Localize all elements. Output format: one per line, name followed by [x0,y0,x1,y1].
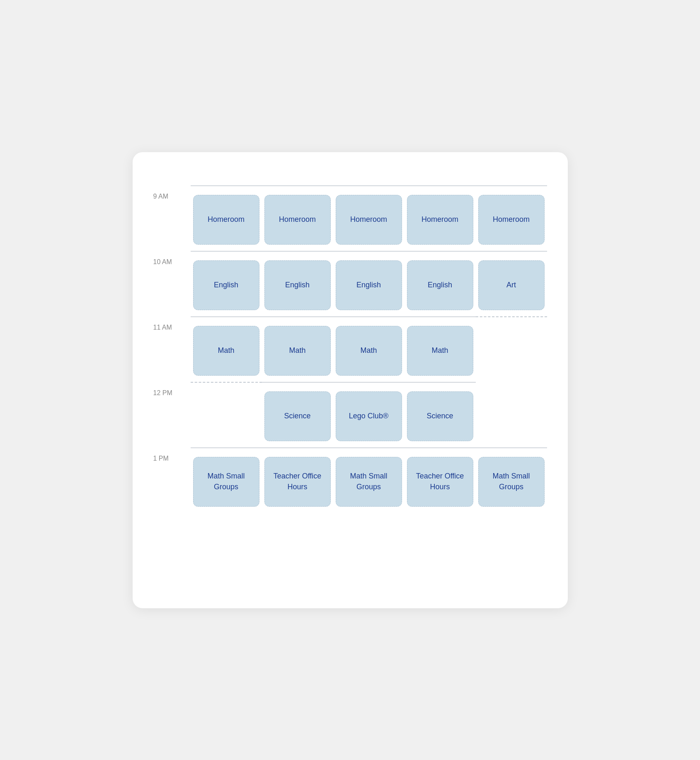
time-label-4: 1 PM [153,455,191,509]
block-1-1: English [264,260,331,310]
cell-4-2[interactable]: Math Small Groups [333,455,404,509]
calendar-container: 9 AMHomeroomHomeroomHomeroomHomeroomHome… [133,152,568,608]
separator-0 [153,185,547,186]
cell-1-4[interactable]: Art [476,258,547,312]
block-0-3: Homeroom [407,195,473,245]
schedule-body: 9 AMHomeroomHomeroomHomeroomHomeroomHome… [153,185,547,513]
cell-4-0[interactable]: Math Small Groups [191,455,262,509]
block-3-1: Science [264,391,331,441]
sep-cell-4-1 [262,447,333,448]
sep-cell-1-4 [476,251,547,252]
separator-2 [153,316,547,317]
sep-cell-2-1 [262,316,333,317]
cell-2-4[interactable] [476,324,547,378]
day-header-tue [262,169,333,181]
header-row [153,169,547,181]
cell-3-1[interactable]: Science [262,389,333,443]
block-0-2: Homeroom [336,195,402,245]
block-3-0 [193,391,259,441]
cell-2-3[interactable]: Math [404,324,476,378]
cell-1-0[interactable]: English [191,258,262,312]
separator-4 [153,447,547,448]
cell-0-2[interactable]: Homeroom [333,193,404,247]
block-0-4: Homeroom [478,195,545,245]
cell-2-1[interactable]: Math [262,324,333,378]
sep-cell-0-3 [404,185,476,186]
day-header-wed [333,169,404,181]
sep-cell-4-3 [404,447,476,448]
sep-cell-1-0 [191,251,262,252]
sep-cell-3-3 [404,382,476,383]
sep-cell-1-2 [333,251,404,252]
block-3-3: Science [407,391,473,441]
cell-0-3[interactable]: Homeroom [404,193,476,247]
cell-3-2[interactable]: Lego Club® [333,389,404,443]
block-4-0: Math Small Groups [193,457,259,507]
sep-cell-1-3 [404,251,476,252]
sep-cell-3-4 [476,382,547,383]
block-3-2: Lego Club® [336,391,402,441]
block-4-4: Math Small Groups [478,457,545,507]
cell-4-1[interactable]: Teacher Office Hours [262,455,333,509]
sep-cell-2-2 [333,316,404,317]
separator-1 [153,251,547,252]
sep-cell-0-1 [262,185,333,186]
sep-cell-4-2 [333,447,404,448]
day-header-thu [404,169,476,181]
time-label-1: 10 AM [153,258,191,312]
block-2-0: Math [193,326,259,376]
block-0-1: Homeroom [264,195,331,245]
day-header-mon [191,169,262,181]
time-label-0: 9 AM [153,193,191,247]
cell-0-1[interactable]: Homeroom [262,193,333,247]
block-2-1: Math [264,326,331,376]
sep-cell-4-4 [476,447,547,448]
sep-cell-2-4 [476,316,547,317]
block-1-3: English [407,260,473,310]
cell-3-3[interactable]: Science [404,389,476,443]
time-label-3: 12 PM [153,389,191,443]
sep-cell-2-3 [404,316,476,317]
cell-3-0[interactable] [191,389,262,443]
sep-cell-0-2 [333,185,404,186]
separator-3 [153,382,547,383]
sep-cell-2-0 [191,316,262,317]
block-1-2: English [336,260,402,310]
time-row-2: 11 AMMathMathMathMath [153,324,547,378]
cell-3-4[interactable] [476,389,547,443]
block-4-1: Teacher Office Hours [264,457,331,507]
time-row-3: 12 PMScienceLego Club®Science [153,389,547,443]
sep-cell-0-4 [476,185,547,186]
block-3-4 [478,391,545,441]
cell-1-2[interactable]: English [333,258,404,312]
block-1-4: Art [478,260,545,310]
block-2-4 [478,326,545,376]
sep-cell-0-0 [191,185,262,186]
cell-0-0[interactable]: Homeroom [191,193,262,247]
cell-4-4[interactable]: Math Small Groups [476,455,547,509]
sep-cell-3-1 [262,382,333,383]
block-4-3: Teacher Office Hours [407,457,473,507]
sep-cell-3-2 [333,382,404,383]
sep-cell-1-1 [262,251,333,252]
block-2-2: Math [336,326,402,376]
cell-0-4[interactable]: Homeroom [476,193,547,247]
sep-cell-4-0 [191,447,262,448]
block-4-2: Math Small Groups [336,457,402,507]
cell-2-0[interactable]: Math [191,324,262,378]
block-0-0: Homeroom [193,195,259,245]
time-row-0: 9 AMHomeroomHomeroomHomeroomHomeroomHome… [153,193,547,247]
cell-2-2[interactable]: Math [333,324,404,378]
cell-1-3[interactable]: English [404,258,476,312]
cell-1-1[interactable]: English [262,258,333,312]
sep-cell-3-0 [191,382,262,383]
block-2-3: Math [407,326,473,376]
day-header-fri [476,169,547,181]
cell-4-3[interactable]: Teacher Office Hours [404,455,476,509]
time-row-1: 10 AMEnglishEnglishEnglishEnglishArt [153,258,547,312]
header-spacer [153,169,191,181]
block-1-0: English [193,260,259,310]
time-row-4: 1 PMMath Small GroupsTeacher Office Hour… [153,455,547,509]
time-label-2: 11 AM [153,324,191,378]
